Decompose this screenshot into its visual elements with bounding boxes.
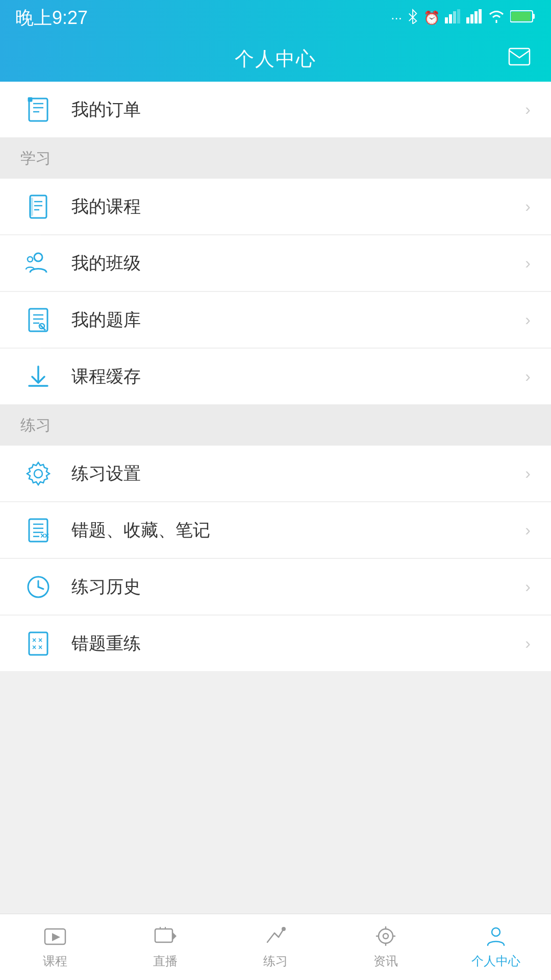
- svg-rect-12: [29, 99, 47, 121]
- practice-settings-item[interactable]: 练习设置 ›: [0, 446, 551, 502]
- nav-live[interactable]: 直播: [110, 914, 220, 980]
- profile-nav-label: 个人中心: [471, 953, 520, 969]
- practice-history-chevron: ›: [525, 577, 531, 596]
- orders-icon: [20, 92, 56, 128]
- svg-point-57: [379, 929, 393, 943]
- svg-text:×: ×: [38, 643, 42, 651]
- svg-rect-3: [457, 9, 460, 23]
- svg-rect-7: [479, 9, 482, 23]
- live-nav-icon: [153, 925, 178, 950]
- notes-icon: × ×: [20, 512, 56, 548]
- svg-point-23: [28, 257, 33, 262]
- settings-icon: [20, 456, 56, 492]
- history-icon: [20, 569, 56, 605]
- content-area: 我的订单 › 学习 我的课程 › 我: [0, 82, 551, 914]
- svg-point-63: [492, 928, 500, 936]
- download-icon: [20, 359, 56, 395]
- profile-nav-icon: [484, 925, 508, 950]
- alarm-icon: ⏰: [423, 10, 440, 26]
- svg-text:×: ×: [32, 643, 36, 651]
- svg-point-58: [383, 934, 388, 939]
- status-time: 晚上9:27: [15, 6, 88, 31]
- class-icon: [20, 246, 56, 281]
- svg-line-54: [274, 933, 279, 937]
- course-cache-chevron: ›: [525, 367, 531, 386]
- nav-courses[interactable]: 课程: [0, 914, 110, 980]
- redo-icon: × × × ×: [20, 626, 56, 662]
- practice-history-item[interactable]: 练习历史 ›: [0, 559, 551, 615]
- my-questions-chevron: ›: [525, 310, 531, 329]
- svg-rect-11: [509, 48, 530, 65]
- svg-rect-2: [453, 11, 456, 23]
- my-courses-label: 我的课程: [71, 195, 525, 218]
- mail-button[interactable]: [508, 47, 531, 70]
- my-courses-item[interactable]: 我的课程 ›: [0, 179, 551, 235]
- news-nav-icon: [373, 925, 398, 950]
- practice-settings-chevron: ›: [525, 464, 531, 483]
- svg-rect-21: [29, 198, 33, 216]
- bluetooth-icon: [407, 9, 418, 28]
- my-class-chevron: ›: [525, 254, 531, 273]
- course-cache-label: 课程缓存: [71, 365, 525, 388]
- practice-settings-label: 练习设置: [71, 462, 525, 485]
- course-cache-item[interactable]: 课程缓存 ›: [0, 349, 551, 405]
- status-bar: 晚上9:27 ··· ⏰: [0, 0, 551, 36]
- svg-rect-6: [474, 11, 478, 23]
- live-nav-label: 直播: [153, 953, 178, 969]
- wrong-redo-label: 错题重练: [71, 632, 525, 655]
- practice-history-label: 练习历史: [71, 575, 525, 599]
- my-class-label: 我的班级: [71, 252, 525, 275]
- wifi-icon: [488, 10, 505, 27]
- practice-nav-icon: [263, 925, 288, 950]
- my-courses-chevron: ›: [525, 197, 531, 216]
- signal-dots-icon: ···: [391, 10, 402, 26]
- courses-icon: [20, 189, 56, 225]
- svg-point-22: [34, 253, 42, 261]
- questions-icon: [20, 302, 56, 338]
- svg-text:×: ×: [44, 531, 49, 540]
- svg-rect-4: [466, 17, 469, 23]
- my-orders-item[interactable]: 我的订单 ›: [0, 82, 551, 138]
- wrong-collect-notes-label: 错题、收藏、笔记: [71, 519, 525, 542]
- svg-point-56: [282, 927, 286, 931]
- app-header: 个人中心: [0, 36, 551, 82]
- wrong-collect-notes-item[interactable]: × × 错题、收藏、笔记 ›: [0, 502, 551, 558]
- wrong-redo-item[interactable]: × × × × 错题重练 ›: [0, 616, 551, 672]
- svg-line-41: [38, 587, 43, 589]
- my-orders-chevron: ›: [525, 100, 531, 119]
- courses-nav-label: 课程: [43, 953, 67, 969]
- status-icons: ··· ⏰: [391, 9, 536, 28]
- courses-nav-icon: [43, 925, 67, 950]
- signal1-icon: [445, 9, 461, 27]
- news-nav-label: 资讯: [373, 953, 398, 969]
- svg-rect-49: [155, 929, 172, 942]
- svg-marker-48: [52, 933, 60, 941]
- my-orders-label: 我的订单: [71, 98, 525, 121]
- my-class-item[interactable]: 我的班级 ›: [0, 235, 551, 291]
- svg-rect-5: [470, 14, 473, 23]
- svg-rect-9: [533, 14, 535, 19]
- nav-news[interactable]: 资讯: [331, 914, 441, 980]
- svg-point-31: [34, 470, 42, 478]
- signal2-icon: [466, 9, 483, 27]
- nav-profile[interactable]: 个人中心: [441, 914, 551, 980]
- nav-practice[interactable]: 练习: [220, 914, 331, 980]
- battery-icon: [510, 10, 536, 27]
- practice-nav-label: 练习: [263, 953, 288, 969]
- bottom-nav: 课程 直播 练习: [0, 914, 551, 980]
- my-questions-item[interactable]: 我的题库 ›: [0, 292, 551, 348]
- page-title: 个人中心: [235, 46, 316, 72]
- wrong-redo-chevron: ›: [525, 634, 531, 653]
- practice-section-header: 练习: [0, 405, 551, 446]
- svg-rect-0: [445, 17, 448, 23]
- svg-rect-24: [29, 309, 47, 331]
- my-questions-label: 我的题库: [71, 308, 525, 332]
- svg-rect-16: [28, 97, 32, 102]
- svg-rect-1: [449, 14, 452, 23]
- study-section-header: 学习: [0, 138, 551, 179]
- svg-marker-50: [172, 932, 177, 940]
- svg-rect-10: [511, 12, 531, 21]
- svg-line-53: [267, 933, 274, 942]
- practice-section-label: 练习: [20, 415, 51, 436]
- wrong-collect-notes-chevron: ›: [525, 521, 531, 540]
